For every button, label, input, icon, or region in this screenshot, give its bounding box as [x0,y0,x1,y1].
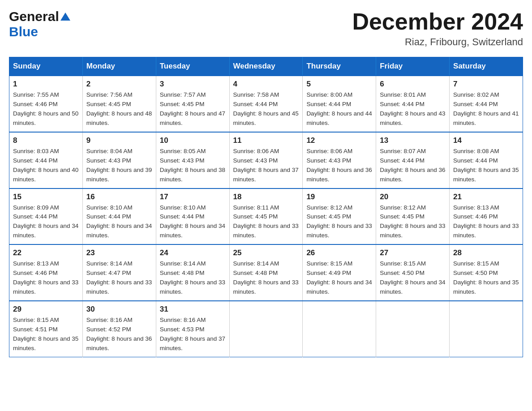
day-info: Sunrise: 8:13 AMSunset: 4:46 PMDaylight:… [13,259,79,297]
day-number: 13 [380,136,446,145]
calendar-cell: 8 Sunrise: 8:03 AMSunset: 4:44 PMDayligh… [9,132,83,188]
day-number: 7 [453,80,519,89]
day-info: Sunrise: 7:57 AMSunset: 4:45 PMDaylight:… [160,90,226,128]
day-number: 3 [160,80,226,89]
day-number: 16 [86,193,152,201]
calendar-cell: 21 Sunrise: 8:13 AMSunset: 4:46 PMDaylig… [450,188,523,245]
title-area: December 2024 Riaz, Fribourg, Switzerlan… [352,9,523,48]
day-info: Sunrise: 7:55 AMSunset: 4:46 PMDaylight:… [13,90,79,128]
header-sunday: Sunday [9,57,83,76]
header-saturday: Saturday [450,57,523,76]
day-info: Sunrise: 8:12 AMSunset: 4:45 PMDaylight:… [380,203,446,241]
calendar-cell: 13 Sunrise: 8:07 AMSunset: 4:44 PMDaylig… [376,132,450,188]
calendar-cell: 30 Sunrise: 8:16 AMSunset: 4:52 PMDaylig… [82,301,156,357]
day-number: 8 [13,136,79,145]
day-info: Sunrise: 8:04 AMSunset: 4:43 PMDaylight:… [86,147,152,184]
day-number: 27 [380,248,446,257]
calendar-cell: 18 Sunrise: 8:11 AMSunset: 4:45 PMDaylig… [229,188,303,245]
header-wednesday: Wednesday [229,57,303,76]
calendar-cell: 29 Sunrise: 8:15 AMSunset: 4:51 PMDaylig… [9,301,83,357]
calendar-cell [450,301,523,357]
day-number: 2 [86,80,152,89]
day-number: 24 [160,248,226,257]
calendar-cell: 6 Sunrise: 8:01 AMSunset: 4:44 PMDayligh… [376,76,450,132]
day-info: Sunrise: 8:15 AMSunset: 4:49 PMDaylight:… [306,259,372,297]
day-info: Sunrise: 8:16 AMSunset: 4:53 PMDaylight:… [160,316,226,353]
day-info: Sunrise: 8:06 AMSunset: 4:43 PMDaylight:… [306,147,372,184]
day-number: 17 [160,193,226,201]
calendar-cell: 3 Sunrise: 7:57 AMSunset: 4:45 PMDayligh… [156,76,229,132]
day-number: 20 [380,193,446,201]
calendar-cell: 7 Sunrise: 8:02 AMSunset: 4:44 PMDayligh… [450,76,523,132]
day-info: Sunrise: 8:16 AMSunset: 4:52 PMDaylight:… [86,316,152,353]
day-info: Sunrise: 8:15 AMSunset: 4:50 PMDaylight:… [380,259,446,297]
day-number: 12 [306,136,372,145]
calendar-cell: 23 Sunrise: 8:14 AMSunset: 4:47 PMDaylig… [82,244,156,301]
calendar-cell: 14 Sunrise: 8:08 AMSunset: 4:44 PMDaylig… [450,132,523,188]
day-number: 19 [306,193,372,201]
page-header: General Blue December 2024 Riaz, Fribour… [9,9,523,48]
day-number: 28 [453,248,519,257]
day-info: Sunrise: 8:12 AMSunset: 4:45 PMDaylight:… [306,203,372,241]
day-number: 30 [86,305,152,314]
calendar-cell: 4 Sunrise: 7:58 AMSunset: 4:44 PMDayligh… [229,76,303,132]
day-number: 11 [233,136,299,145]
calendar-cell: 31 Sunrise: 8:16 AMSunset: 4:53 PMDaylig… [156,301,229,357]
calendar-week-3: 15 Sunrise: 8:09 AMSunset: 4:44 PMDaylig… [9,188,523,245]
calendar-week-5: 29 Sunrise: 8:15 AMSunset: 4:51 PMDaylig… [9,301,523,357]
day-info: Sunrise: 8:11 AMSunset: 4:45 PMDaylight:… [233,203,299,241]
calendar-cell: 1 Sunrise: 7:55 AMSunset: 4:46 PMDayligh… [9,76,83,132]
calendar-cell: 28 Sunrise: 8:15 AMSunset: 4:50 PMDaylig… [450,244,523,301]
calendar-cell: 12 Sunrise: 8:06 AMSunset: 4:43 PMDaylig… [303,132,376,188]
calendar-cell: 17 Sunrise: 8:10 AMSunset: 4:44 PMDaylig… [156,188,229,245]
calendar-cell: 2 Sunrise: 7:56 AMSunset: 4:45 PMDayligh… [82,76,156,132]
month-title: December 2024 [352,9,523,34]
day-info: Sunrise: 8:10 AMSunset: 4:44 PMDaylight:… [160,203,226,241]
calendar-cell: 22 Sunrise: 8:13 AMSunset: 4:46 PMDaylig… [9,244,83,301]
day-number: 10 [160,136,226,145]
day-info: Sunrise: 8:15 AMSunset: 4:50 PMDaylight:… [453,259,519,297]
day-info: Sunrise: 8:09 AMSunset: 4:44 PMDaylight:… [13,203,79,241]
location: Riaz, Fribourg, Switzerland [352,36,523,48]
day-number: 26 [306,248,372,257]
header-tuesday: Tuesday [156,57,229,76]
header-thursday: Thursday [303,57,376,76]
calendar-cell: 16 Sunrise: 8:10 AMSunset: 4:44 PMDaylig… [82,188,156,245]
calendar-week-2: 8 Sunrise: 8:03 AMSunset: 4:44 PMDayligh… [9,132,523,188]
day-number: 5 [306,80,372,89]
day-info: Sunrise: 7:56 AMSunset: 4:45 PMDaylight:… [86,90,152,128]
calendar-week-1: 1 Sunrise: 7:55 AMSunset: 4:46 PMDayligh… [9,76,523,132]
day-number: 25 [233,248,299,257]
day-number: 1 [13,80,79,89]
header-friday: Friday [376,57,450,76]
calendar-cell: 19 Sunrise: 8:12 AMSunset: 4:45 PMDaylig… [303,188,376,245]
calendar-cell: 9 Sunrise: 8:04 AMSunset: 4:43 PMDayligh… [82,132,156,188]
day-number: 21 [453,193,519,201]
header-monday: Monday [82,57,156,76]
day-number: 4 [233,80,299,89]
day-info: Sunrise: 8:02 AMSunset: 4:44 PMDaylight:… [453,90,519,128]
day-info: Sunrise: 8:01 AMSunset: 4:44 PMDaylight:… [380,90,446,128]
calendar-cell: 11 Sunrise: 8:06 AMSunset: 4:43 PMDaylig… [229,132,303,188]
calendar-cell: 24 Sunrise: 8:14 AMSunset: 4:48 PMDaylig… [156,244,229,301]
calendar-cell [376,301,450,357]
day-info: Sunrise: 8:06 AMSunset: 4:43 PMDaylight:… [233,147,299,184]
calendar-cell: 10 Sunrise: 8:05 AMSunset: 4:43 PMDaylig… [156,132,229,188]
calendar-cell [229,301,303,357]
calendar-header-row: SundayMondayTuesdayWednesdayThursdayFrid… [9,57,523,76]
calendar-cell: 20 Sunrise: 8:12 AMSunset: 4:45 PMDaylig… [376,188,450,245]
calendar-week-4: 22 Sunrise: 8:13 AMSunset: 4:46 PMDaylig… [9,244,523,301]
calendar-cell: 27 Sunrise: 8:15 AMSunset: 4:50 PMDaylig… [376,244,450,301]
calendar-cell: 5 Sunrise: 8:00 AMSunset: 4:44 PMDayligh… [303,76,376,132]
day-info: Sunrise: 8:05 AMSunset: 4:43 PMDaylight:… [160,147,226,184]
day-info: Sunrise: 8:08 AMSunset: 4:44 PMDaylight:… [453,147,519,184]
day-info: Sunrise: 8:00 AMSunset: 4:44 PMDaylight:… [306,90,372,128]
calendar-cell: 15 Sunrise: 8:09 AMSunset: 4:44 PMDaylig… [9,188,83,245]
calendar-table: SundayMondayTuesdayWednesdayThursdayFrid… [9,57,523,357]
day-info: Sunrise: 8:15 AMSunset: 4:51 PMDaylight:… [13,316,79,353]
logo-general: General [9,9,59,24]
logo-blue: Blue [9,24,38,39]
logo: General Blue [9,9,70,39]
day-number: 15 [13,193,79,201]
day-info: Sunrise: 7:58 AMSunset: 4:44 PMDaylight:… [233,90,299,128]
